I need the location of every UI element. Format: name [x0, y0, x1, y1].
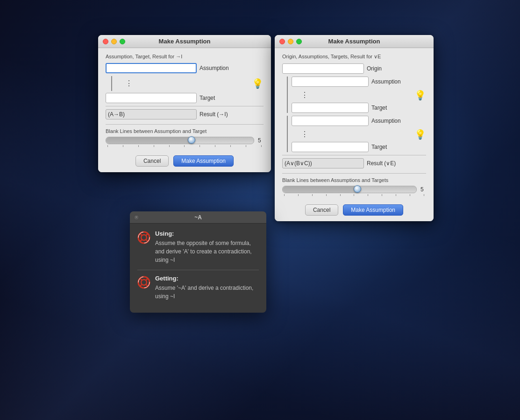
- origin-label: Origin: [367, 65, 382, 72]
- dots-1: ⋮: [116, 80, 133, 87]
- help-divider: [137, 270, 259, 270]
- bulb-icon-1[interactable]: 💡: [252, 78, 264, 89]
- titlebar-1: Make Assumption: [98, 35, 271, 48]
- using-text-block: Using: Assume the opposite of some formu…: [155, 230, 259, 264]
- help-titlebar: ~A: [130, 211, 266, 224]
- slider-label-2: Blank Lines between Assumptions and Targ…: [282, 177, 426, 183]
- result-label-2: Result (∨E): [367, 160, 396, 167]
- svg-point-1: [141, 235, 147, 240]
- bulb-icon-2a[interactable]: 💡: [414, 90, 426, 101]
- slider-value-2: 5: [420, 186, 426, 193]
- slider-label-1: Blank Lines between Assumption and Targe…: [106, 128, 264, 134]
- origin-row: Origin: [282, 63, 426, 74]
- button-row-2: Cancel Make Assumption: [282, 201, 426, 216]
- window-title-2: Make Assumption: [328, 38, 380, 45]
- getting-text: Assume '~A' and derive a contradiction, …: [155, 284, 259, 301]
- make-assumption-button-1[interactable]: Make Assumption: [173, 155, 234, 167]
- assumption2-input-2[interactable]: [292, 116, 369, 126]
- window-content-2: Origin, Assumptions, Targets, Result for…: [275, 48, 434, 221]
- make-assumption-window-1: Make Assumption Assumption, Target, Resu…: [98, 35, 271, 172]
- assumption2-label-2: Assumption: [371, 118, 401, 124]
- slider-row-1: 5: [106, 137, 264, 144]
- window-content-1: Assumption, Target, Result for →I Assump…: [98, 48, 271, 172]
- section-label-2: Origin, Assumptions, Targets, Result for…: [282, 54, 426, 60]
- using-title: Using:: [155, 230, 259, 237]
- close-button-2[interactable]: [279, 39, 285, 44]
- window-title-1: Make Assumption: [159, 38, 211, 45]
- dots-section-1: ⋮ 💡: [116, 76, 264, 91]
- target-label-1: Target: [199, 95, 215, 101]
- make-assumption-window-2: Make Assumption Origin, Assumptions, Tar…: [275, 35, 434, 221]
- origin-input[interactable]: [282, 63, 364, 74]
- help-content: Using: Assume the opposite of some formu…: [130, 224, 266, 313]
- target2-row-2: Target: [292, 142, 426, 152]
- assumption-label-1: Assumption: [199, 65, 229, 71]
- dots-section-2b: ⋮ 💡: [292, 127, 426, 142]
- target1-row-2: Target: [292, 103, 426, 113]
- slider-value-1: 5: [258, 137, 264, 144]
- help-close-button[interactable]: [134, 215, 139, 220]
- maximize-button-1[interactable]: [120, 39, 125, 44]
- section-label-1: Assumption, Target, Result for →I: [106, 54, 264, 59]
- bulb-icon-2b[interactable]: 💡: [414, 129, 426, 140]
- target2-label-2: Target: [371, 144, 387, 150]
- assumption1-row-2: Assumption: [292, 77, 426, 87]
- target-row-1: Target: [106, 93, 264, 103]
- slider-track-1[interactable]: [106, 137, 254, 144]
- target1-label-2: Target: [371, 105, 387, 111]
- lifesaver-icon-using: [137, 231, 150, 244]
- help-title: ~A: [194, 214, 202, 221]
- target-input-1[interactable]: [106, 93, 197, 103]
- target1-input-2[interactable]: [292, 103, 369, 113]
- cancel-button-2[interactable]: Cancel: [305, 204, 338, 216]
- slider-track-2[interactable]: [282, 186, 417, 193]
- slider-row-2: 5: [282, 186, 426, 193]
- using-text: Assume the opposite of some formula, and…: [155, 239, 259, 264]
- lifesaver-icon-getting: [137, 276, 150, 289]
- using-section: Using: Assume the opposite of some formu…: [137, 230, 259, 264]
- result-label-1: Result (→I): [199, 111, 228, 118]
- target2-input-2[interactable]: [292, 142, 369, 152]
- assumption1-input-2[interactable]: [292, 77, 369, 87]
- minimize-button-2[interactable]: [288, 39, 293, 44]
- slider-section-1: Blank Lines between Assumption and Targe…: [106, 124, 264, 147]
- result-row-1: Result (→I): [106, 106, 264, 119]
- getting-title: Getting:: [155, 275, 259, 282]
- minimize-button-1[interactable]: [111, 39, 117, 44]
- maximize-button-2[interactable]: [296, 39, 302, 44]
- titlebar-2: Make Assumption: [275, 35, 434, 48]
- dots-2a: ⋮: [292, 91, 308, 99]
- assumption2-row-2: Assumption: [292, 116, 426, 126]
- svg-point-4: [141, 280, 147, 285]
- traffic-lights-2: [279, 39, 302, 44]
- cancel-button-1[interactable]: Cancel: [135, 155, 169, 167]
- getting-text-block: Getting: Assume '~A' and derive a contra…: [155, 275, 259, 301]
- result-input-1: [106, 109, 197, 119]
- result-input-2: [282, 158, 364, 168]
- result-row-2: Result (∨E): [282, 155, 426, 168]
- dots-2b: ⋮: [292, 131, 308, 138]
- assumption-row-1: Assumption: [106, 63, 264, 73]
- getting-section: Getting: Assume '~A' and derive a contra…: [137, 275, 259, 301]
- close-button-1[interactable]: [103, 39, 108, 44]
- dots-section-2a: ⋮ 💡: [292, 88, 426, 103]
- make-assumption-button-2[interactable]: Make Assumption: [343, 204, 403, 216]
- slider-section-2: Blank Lines between Assumptions and Targ…: [282, 173, 426, 196]
- traffic-lights-1: [103, 39, 125, 44]
- button-row-1: Cancel Make Assumption: [106, 152, 264, 167]
- assumption-input-1[interactable]: [106, 63, 197, 73]
- assumption1-label-2: Assumption: [371, 78, 401, 85]
- help-window: ~A Using: Assume the opposite of some fo…: [130, 211, 266, 313]
